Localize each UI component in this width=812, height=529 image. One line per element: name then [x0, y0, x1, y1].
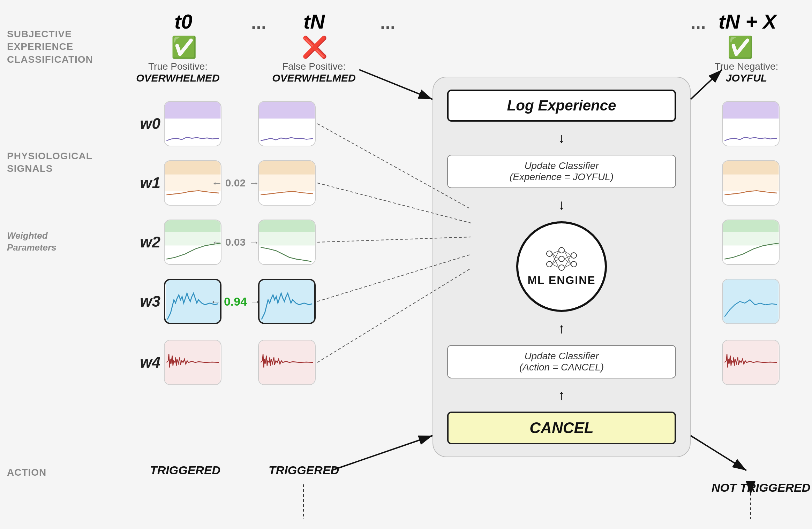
w1-tn-signal — [259, 161, 315, 205]
w3-weight-row: ← 0.94 → — [213, 279, 316, 324]
svg-point-32 — [559, 247, 564, 253]
t0-status-icon: ✅ — [171, 35, 197, 60]
ml-circle: ML ENGINE — [516, 221, 607, 312]
t0-classif-type: True Positive: — [136, 61, 220, 72]
col-tn-label: tN — [303, 10, 325, 33]
w2-row-t0: w2 — [136, 220, 221, 265]
arrow-up-2: ↑ — [558, 387, 565, 403]
svg-rect-10 — [259, 102, 315, 118]
svg-rect-24 — [723, 191, 779, 205]
col-tnx-label: tN + X — [719, 10, 776, 33]
svg-rect-25 — [723, 220, 779, 232]
w4-tn-card — [258, 340, 316, 385]
w1-row-t0: w1 — [136, 160, 221, 206]
svg-rect-2 — [165, 161, 221, 175]
w0-tnx-card — [722, 101, 780, 146]
w1-tn-card — [258, 160, 316, 206]
w2-weight-value: 0.03 — [225, 236, 246, 248]
tnx-classif-value: JOYFUL — [701, 72, 792, 84]
w1-label: w1 — [136, 174, 160, 192]
svg-rect-23 — [723, 175, 779, 191]
subjective-experience-label: SUBJECTIVEEXPERIENCECLASSIFICATION — [7, 28, 93, 66]
w3-row-t0: w3 — [136, 279, 221, 324]
dots3: ... — [691, 12, 706, 33]
w0-tnx-signal — [723, 102, 779, 146]
w2-tnx-signal — [723, 220, 779, 264]
w3-label: w3 — [136, 293, 160, 310]
w1-weight-row: ← 0.02 → — [213, 160, 316, 206]
w4-tnx-signal — [723, 340, 779, 384]
tn-status-icon: ❌ — [302, 35, 328, 60]
w0-t0-card — [164, 101, 221, 146]
svg-point-30 — [547, 251, 552, 256]
w0-t0-signal — [165, 102, 221, 146]
col-t0-label: t0 — [174, 10, 193, 33]
svg-rect-13 — [259, 175, 315, 191]
tnx-classification: True Negative: JOYFUL — [701, 61, 792, 84]
svg-point-35 — [571, 253, 577, 258]
w4-t0-card — [164, 340, 221, 385]
svg-point-34 — [559, 265, 564, 270]
w3-weight-arrow: ← 0.94 → — [213, 295, 258, 308]
w4-t0-signal — [165, 340, 221, 384]
w2-tn-signal — [259, 220, 315, 264]
svg-line-41 — [552, 259, 559, 264]
update-classifier-bottom: Update Classifier(Action = CANCEL) — [447, 345, 676, 378]
w0-tn-signal — [259, 102, 315, 146]
svg-rect-0 — [165, 102, 221, 118]
w4-row-t0: w4 — [136, 340, 221, 385]
svg-line-60 — [691, 436, 746, 470]
arrow-down-2: ↓ — [558, 197, 565, 213]
tn-action-value: TRIGGERED — [269, 463, 339, 477]
tnx-status-icon: ✅ — [727, 35, 753, 60]
svg-rect-28 — [723, 279, 779, 323]
svg-point-31 — [547, 261, 552, 267]
svg-point-33 — [559, 256, 564, 262]
w3-tnx-card — [722, 279, 780, 324]
tnx-action-value: NOT TRIGGERED — [712, 481, 810, 495]
action-sidebar-label: ACTION — [7, 467, 46, 478]
w0-tn-card — [258, 101, 316, 146]
w0-row: w0 — [136, 101, 221, 146]
w2-label: w2 — [136, 233, 160, 251]
svg-rect-22 — [723, 161, 779, 175]
t0-classification: True Positive: OVERWHELMED — [136, 61, 220, 84]
w2-weight-arrow: ← 0.03 → — [213, 236, 258, 249]
t0-action-value: TRIGGERED — [150, 463, 220, 477]
svg-rect-4 — [165, 191, 221, 205]
w1-tnx-card — [722, 160, 780, 206]
diagram-container: t0 ... tN ... ... tN + X ✅ ❌ ✅ True Posi… — [0, 0, 812, 529]
svg-point-36 — [571, 261, 577, 267]
neural-network-icon — [544, 247, 579, 271]
w3-weight-value: 0.94 — [224, 295, 247, 308]
w2-tn-card — [258, 220, 316, 265]
svg-rect-5 — [165, 220, 221, 232]
arrow-down-1: ↓ — [558, 130, 565, 146]
w4-tnx-card — [722, 340, 780, 385]
dots1: ... — [251, 12, 266, 33]
w1-tnx-signal — [723, 161, 779, 205]
svg-rect-20 — [723, 102, 779, 118]
weighted-params-label: WeightedParameters — [7, 230, 57, 254]
svg-rect-16 — [259, 232, 315, 246]
w2-tnx-card — [722, 220, 780, 265]
w1-weight-arrow: ← 0.02 → — [213, 177, 258, 190]
tn-classification: False Positive: OVERWHELMED — [269, 61, 359, 84]
update-classifier-top: Update Classifier(Experience = JOYFUL) — [447, 155, 676, 188]
w3-tnx-signal — [723, 279, 779, 323]
w2-weight-row: ← 0.03 → — [213, 220, 316, 265]
ml-engine-label: ML ENGINE — [527, 274, 595, 287]
log-experience-box: Log Experience — [447, 90, 676, 122]
svg-line-39 — [552, 254, 559, 268]
ml-engine-container: Log Experience ↓ Update Classifier(Exper… — [433, 77, 691, 457]
arrow-up-1: ↑ — [558, 321, 565, 336]
w3-tn-signal — [260, 280, 314, 323]
cancel-box[interactable]: CANCEL — [447, 412, 676, 444]
tnx-classif-type: True Negative: — [701, 61, 792, 72]
tn-classif-value: OVERWHELMED — [269, 72, 359, 84]
svg-line-51 — [359, 70, 433, 99]
physiological-signals-label: PHYSIOLOGICALSIGNALS — [7, 150, 92, 175]
w4-label: w4 — [136, 354, 160, 371]
w1-weight-value: 0.02 — [225, 177, 246, 189]
svg-line-58 — [331, 436, 433, 470]
